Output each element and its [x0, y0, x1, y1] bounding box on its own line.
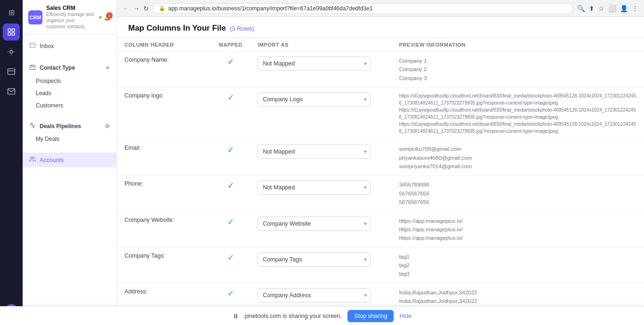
column-header-cell: Company Tags:: [117, 247, 211, 283]
preview-cell: https://app.manageplus.io/https://app.ma…: [391, 211, 644, 247]
contact-type-add-icon[interactable]: +: [106, 64, 110, 72]
select-wrapper: Not Mapped Company Email Company Logo Co…: [257, 145, 371, 159]
brand-icon: CRM: [28, 10, 42, 24]
nav-brand: CRM Sales CRM Efficiently manage and org…: [23, 0, 116, 35]
check-blue-icon: ✓: [227, 181, 234, 190]
svg-rect-5: [8, 69, 15, 74]
home-icon-btn[interactable]: ⊞: [3, 4, 20, 21]
table-row: Company Website: ✓ Not Mapped Company Lo…: [117, 211, 644, 247]
brand-info: Sales CRM Efficiently manage and organiz…: [46, 5, 95, 30]
deals-group[interactable]: Deals Pipelines ⚙: [23, 119, 116, 133]
preview-text: https://app.manageplus.io/https://app.ma…: [399, 217, 636, 243]
browser-bar: ← → ↻ 🔒 app.manageplus.io/business/1/com…: [117, 0, 644, 17]
import-as-cell: Not Mapped Company Email Company Logo Co…: [250, 140, 391, 176]
nav-sub-leads[interactable]: Leads: [23, 87, 116, 99]
accounts-icon: [29, 156, 36, 164]
nav-sub-customers[interactable]: Customers: [23, 99, 116, 112]
nav-item-inbox[interactable]: Inbox: [23, 39, 116, 53]
crm-icon-btn[interactable]: [3, 24, 20, 41]
sidebar-icon-rail: ⊞ P: [0, 0, 23, 325]
import-as-select[interactable]: Not Mapped Company Phone Company Logo Co…: [257, 180, 371, 195]
preview-text: 345678909856765676565676567656: [399, 180, 636, 206]
import-as-select[interactable]: Not Mapped Company Logo Company Website …: [257, 288, 371, 302]
nav-section-contacts: Contact Type + Prospects Leads Customers: [23, 57, 116, 115]
column-header-cell: Phone:: [117, 176, 211, 211]
check-blue-icon: ✓: [227, 57, 234, 66]
search-browser-icon[interactable]: 🔍: [577, 5, 585, 12]
column-header-cell: Company Name:: [117, 52, 211, 88]
brand-actions: ▾ 🔔 1: [99, 14, 111, 21]
import-as-select[interactable]: Not Mapped Company Logo Company Website …: [257, 252, 371, 267]
inbox-nav-icon: [29, 42, 36, 50]
preview-text: sonipinku708@gmail.compriyankasoni4680@g…: [399, 145, 636, 171]
page-subtitle: (3 Rows): [230, 25, 254, 32]
preview-url: https://d1aywjpoa8uu8p.cloudfront.net/bo…: [399, 92, 636, 135]
nav-section-deals: Deals Pipelines ⚙ My Deals: [23, 115, 116, 149]
brand-dropdown-icon[interactable]: ▾: [99, 14, 102, 21]
forward-btn[interactable]: →: [133, 5, 140, 12]
import-as-select[interactable]: Not Mapped Company Email Company Logo Co…: [257, 145, 371, 159]
svg-rect-1: [12, 29, 15, 31]
column-header-cell: Company logo: [117, 88, 211, 140]
deals-settings-icon[interactable]: ⚙: [105, 123, 110, 130]
more-icon[interactable]: ⋮: [632, 5, 638, 12]
check-green-icon: ✓: [227, 93, 234, 102]
inbox-icon-btn[interactable]: [3, 63, 20, 80]
mail-icon-btn[interactable]: [3, 83, 20, 100]
nav-panel: CRM Sales CRM Efficiently manage and org…: [23, 0, 117, 325]
contact-type-label: Contact Type: [40, 65, 75, 71]
page-title: Map Columns In Your File: [128, 24, 226, 33]
window-icon[interactable]: ⬜: [608, 5, 616, 12]
browser-actions: 🔍 ⬆ ☆ ⬜ 👤 ⋮: [577, 5, 638, 12]
stop-sharing-button[interactable]: Stop sharing: [347, 310, 394, 322]
nav-item-accounts[interactable]: Accounts: [23, 153, 116, 167]
column-header-cell: Email:: [117, 140, 211, 176]
reload-btn[interactable]: ↻: [143, 5, 149, 12]
import-as-cell: Not Mapped Company Phone Company Logo Co…: [250, 176, 391, 211]
nav-sub-my-deals[interactable]: My Deals: [23, 133, 116, 145]
contact-type-icon: [29, 64, 36, 72]
import-as-select[interactable]: Not Mapped Company Logo Company Website …: [257, 92, 371, 106]
mapped-cell: ✓: [211, 211, 250, 247]
share-icon[interactable]: ⬆: [589, 5, 594, 12]
import-as-cell: Not Mapped Company Logo Company Website …: [250, 88, 391, 140]
nav-sub-prospects[interactable]: Prospects: [23, 75, 116, 87]
nav-section-accounts: Accounts: [23, 149, 116, 171]
svg-point-4: [10, 50, 13, 53]
profile-icon[interactable]: 👤: [620, 5, 628, 12]
back-btn[interactable]: ←: [123, 5, 129, 12]
shape-icon-btn[interactable]: [3, 43, 20, 60]
accounts-label: Accounts: [40, 157, 64, 163]
import-as-select[interactable]: Not Mapped Company Name Company Logo Com…: [257, 57, 371, 71]
preview-cell: Company 1Company 2Company 3: [391, 52, 644, 88]
preview-cell: 345678909856765676565676567656: [391, 176, 644, 211]
select-wrapper: Not Mapped Company Name Company Logo Com…: [257, 57, 371, 71]
mapped-cell: ✓: [211, 52, 250, 88]
brand-notification-icon[interactable]: 🔔 1: [104, 14, 111, 21]
table-row: Email: ✓ Not Mapped Company Email Compan…: [117, 140, 644, 176]
table-row: Company logo ✓ Not Mapped Company Logo C…: [117, 88, 644, 140]
col-header-preview: PREVIEW INFORMATION: [391, 38, 644, 52]
svg-point-8: [31, 157, 33, 159]
import-as-select[interactable]: Not Mapped Company Logo Company Website …: [257, 217, 371, 231]
svg-rect-6: [30, 43, 35, 47]
preview-cell: https://d1aywjpoa8uu8p.cloudfront.net/bo…: [391, 88, 644, 140]
address-bar[interactable]: 🔒 app.manageplus.io/business/1/company/i…: [153, 3, 573, 14]
contact-type-group[interactable]: Contact Type +: [23, 61, 116, 75]
bookmark-icon[interactable]: ☆: [598, 5, 604, 12]
preview-text: Company 1Company 2Company 3: [399, 57, 636, 82]
deals-icon: [29, 122, 36, 130]
sharing-bar: ⏸ pinetools.com is sharing your screen. …: [0, 306, 644, 325]
import-as-cell: Not Mapped Company Logo Company Website …: [250, 211, 391, 247]
nav-section-main: Inbox: [23, 35, 116, 57]
svg-rect-0: [8, 29, 10, 31]
main-content: ← → ↻ 🔒 app.manageplus.io/business/1/com…: [117, 0, 644, 325]
select-wrapper: Not Mapped Company Phone Company Logo Co…: [257, 180, 371, 195]
mapped-cell: ✓: [211, 176, 250, 211]
brand-name: Sales CRM: [46, 5, 95, 11]
url-text: app.manageplus.io/business/1/company/imp…: [168, 5, 372, 12]
select-wrapper: Not Mapped Company Logo Company Website …: [257, 288, 371, 302]
preview-text: tag1tag2tag3: [399, 252, 636, 278]
hide-link[interactable]: Hide: [399, 313, 412, 319]
import-as-cell: Not Mapped Company Name Company Logo Com…: [250, 52, 391, 88]
